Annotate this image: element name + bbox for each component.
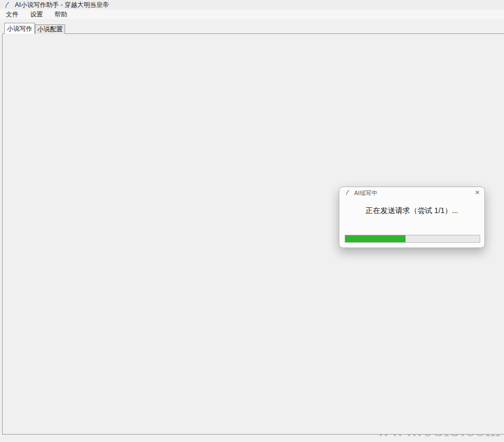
title-bar: AI小说写作助手 - 穿越大明当皇帝: [0, 0, 504, 10]
dialog-message: 正在发送请求（尝试 1/1）...: [339, 206, 484, 216]
ai-writing-dialog: AI续写中 × 正在发送请求（尝试 1/1）...: [339, 187, 485, 248]
tab-novel-config[interactable]: 小说配置: [35, 24, 65, 34]
dialog-feather-icon: [345, 190, 350, 197]
dialog-close-icon[interactable]: ×: [475, 188, 480, 197]
menu-settings[interactable]: 设置: [29, 10, 44, 20]
app-window: AI小说写作助手 - 穿越大明当皇帝 文件 设置 帮助 小说写作 小说配置 当前…: [0, 0, 504, 442]
menu-help[interactable]: 帮助: [53, 10, 69, 20]
tab-novel-writing[interactable]: 小说写作: [4, 23, 35, 34]
dialog-title: AI续写中: [354, 189, 377, 197]
app-feather-icon: [4, 2, 11, 8]
window-title: AI小说写作助手 - 穿越大明当皇帝: [15, 1, 109, 10]
progress-fill: [345, 235, 406, 242]
menu-bar: 文件 设置 帮助: [0, 10, 504, 19]
menu-file[interactable]: 文件: [4, 10, 20, 20]
progress-bar: [345, 235, 480, 243]
dialog-title-bar: AI续写中: [345, 189, 377, 197]
